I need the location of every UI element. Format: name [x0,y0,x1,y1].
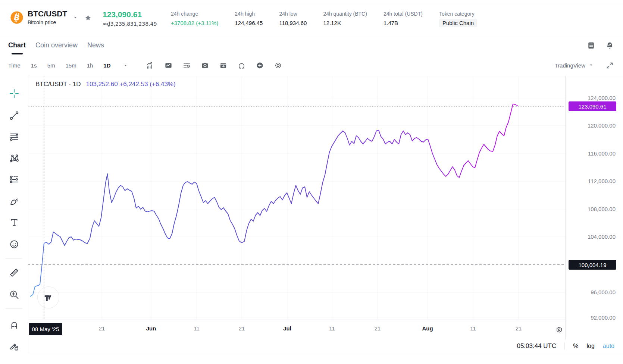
time-tick: 21 [227,325,257,332]
page-tabbar: ChartCoin overviewNews [0,35,623,55]
brush-tool[interactable] [8,195,21,208]
pattern-tool[interactable] [8,152,21,165]
crosshair-date-badge: 08 May '25 [29,323,62,335]
legend-symbol: BTC/USDT · 1D [35,81,81,88]
page-tabs: ChartCoin overviewNews [8,35,104,55]
lock-drawings-tool[interactable] [8,340,21,352]
time-tick: Jun [136,325,166,332]
stat-value: 1.47B [383,20,423,26]
stat-label: 24h change [171,11,218,17]
stat-24h-change: 24h change+3708.82 (+3.11%) [171,11,218,27]
indicator-template-button[interactable] [182,61,191,70]
btc-logo-icon: B [10,10,24,25]
sidebar-divider [5,258,22,259]
stat-label: 24h total (USDT) [383,11,423,17]
chart-settings-button[interactable] [274,61,283,70]
price-tick: 108,000.00 [588,206,616,212]
stat-value: Public Chain [439,19,477,27]
text-tool[interactable] [8,216,21,229]
pair-subtitle: Bitcoin price [28,19,67,25]
snapshot-button[interactable] [201,61,210,70]
legend-values: 103,252.60 +6,242.53 (+6.43%) [86,81,176,88]
log-scale-toggle[interactable]: log [587,343,595,349]
fiat-approx-price: ≈₫3,235,831,238.49 [103,21,157,27]
indicators-button[interactable] [146,61,155,70]
time-tick: 11 [182,325,212,332]
time-tick: Jul [272,325,302,332]
price-tick: 112,000.00 [588,178,616,184]
price-scale[interactable]: 124,000.00120,000.00116,000.00112,000.00… [566,76,623,339]
stat-label: Token category [439,11,477,17]
zoom-in-tool[interactable] [8,288,21,301]
stat-24h-total-usdt-: 24h total (USDT)1.47B [383,11,423,27]
time-tick: 21 [504,325,533,332]
time-tick: 11 [458,325,488,332]
trend-line-tool[interactable] [8,109,21,122]
time-tick: 21 [87,325,117,332]
chevron-down-icon [588,62,594,69]
crosshair-tool[interactable] [8,87,21,100]
axis-settings-gear-icon[interactable] [554,324,565,335]
chart-type-button[interactable] [164,61,173,70]
time-tick: 21 [363,325,392,332]
toolbar-icons [146,61,283,70]
price-tick: 120,000.00 [588,122,616,129]
stat-value: 12.12K [323,20,367,26]
stat-24h-low: 24h low118,934.60 [279,11,307,27]
market-header: B BTC/USDT Bitcoin price 123,090.61 ≈₫3,… [0,4,623,36]
forecast-tool[interactable] [8,173,21,186]
interval-5m[interactable]: 5m [47,62,55,69]
stat-label: 24h quantity (BTC) [323,11,367,17]
time-tick: 11 [317,325,347,332]
stat-value: 118,934.60 [279,20,307,26]
stat-token-category: Token categoryPublic Chain [439,11,477,27]
fullscreen-icon[interactable] [605,61,614,70]
favorite-star-icon[interactable] [84,14,92,22]
trading-page: B BTC/USDT Bitcoin price 123,090.61 ≈₫3,… [0,0,623,364]
interval-1d[interactable]: 1D [103,62,110,69]
clock[interactable]: 05:03:44 UTC [517,342,556,350]
sidebar-divider [5,308,22,309]
price-alert-button[interactable] [605,41,614,50]
measure-tool[interactable] [8,266,21,279]
interval-1s[interactable]: 1s [31,62,37,69]
stat-value: 124,496.45 [235,20,263,26]
time-scale[interactable]: 21Jun1121Jul1121Aug1121 [0,320,566,339]
chart-region: BTC/USDT · 1D103,252.60 +6,242.53 (+6.43… [0,76,623,353]
price-plot[interactable] [28,76,565,320]
sessions-button[interactable] [219,61,228,70]
pair-title: BTC/USDT [28,9,67,18]
price-tick: 104,000.00 [588,233,616,240]
pair-selector-caret-icon[interactable] [72,15,78,22]
magnet-tool[interactable] [8,318,21,331]
time-tick: Aug [413,325,442,332]
emoji-tool[interactable] [8,238,21,251]
tab-news[interactable]: News [87,35,104,55]
stat-label: 24h low [279,11,307,17]
replay-button[interactable] [237,61,246,70]
coin-block: B BTC/USDT Bitcoin price [10,9,92,25]
interval-caret-icon[interactable] [121,61,130,70]
time-label: Time [8,62,21,69]
tab-chart[interactable]: Chart [8,35,26,55]
stat-24h-quantity-btc-: 24h quantity (BTC)12.12K [323,11,367,27]
price-tick: 92,000.00 [591,314,616,321]
interval-15m[interactable]: 15m [65,62,76,69]
price-tick: 116,000.00 [588,150,616,157]
stat-value: +3708.82 (+3.11%) [171,20,218,26]
stat-24h-high: 24h high124,496.45 [235,11,263,27]
market-stats: 24h change+3708.82 (+3.11%)24h high124,4… [171,11,477,27]
percent-scale-toggle[interactable]: % [573,343,578,349]
provider-dropdown[interactable]: TradingView [554,62,594,69]
tab-coin-overview[interactable]: Coin overview [35,35,78,55]
add-indicator-button[interactable] [256,61,264,70]
last-price-badge: 123,090.61 [569,101,616,111]
interval-1h[interactable]: 1h [87,62,93,69]
last-price: 123,090.61 [103,10,157,19]
fib-retracement-tool[interactable] [8,130,21,142]
provider-label: TradingView [554,62,585,69]
drawing-toolbar [0,76,28,353]
stat-label: 24h high [235,11,263,17]
orderbook-panel-button[interactable] [586,41,595,50]
auto-scale-toggle[interactable]: auto [603,343,614,349]
